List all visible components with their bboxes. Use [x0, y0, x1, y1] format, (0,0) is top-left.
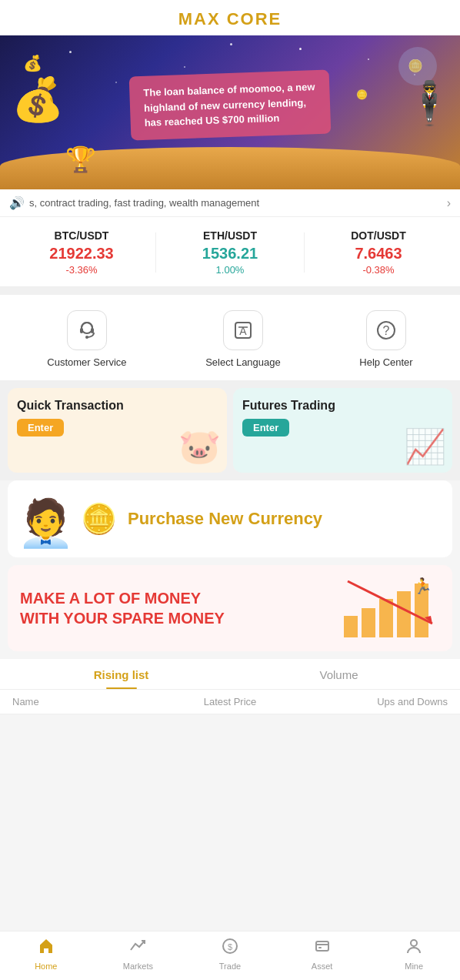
- svg-rect-10: [362, 608, 375, 637]
- help-icon: ?: [366, 310, 406, 350]
- help-center-action[interactable]: ? Help Center: [359, 310, 412, 368]
- mine-icon: [405, 938, 422, 959]
- money-chart: 🏃: [340, 577, 440, 639]
- purchase-banner[interactable]: 🧑‍💼 🪙 Purchase New Currency: [8, 480, 452, 557]
- select-language-action[interactable]: A Select Language: [205, 310, 281, 368]
- price-section: BTC/USDT 21922.33 -3.36% ETH/USDT 1536.2…: [0, 217, 460, 287]
- nav-markets[interactable]: Markets: [92, 938, 185, 971]
- banner-person: 🕴️: [403, 79, 456, 129]
- help-center-label: Help Center: [359, 356, 412, 368]
- customer-service-label: Customer Service: [47, 356, 126, 368]
- svg-text:$: $: [228, 942, 232, 952]
- section-divider-1: [0, 287, 460, 295]
- svg-rect-18: [316, 942, 328, 951]
- purchase-person-icon: 🧑‍💼: [8, 488, 81, 550]
- dot-value: 7.6463: [305, 245, 452, 263]
- quick-transaction-enter-button[interactable]: Enter: [17, 419, 64, 436]
- svg-point-3: [85, 336, 88, 339]
- col-name: Name: [12, 696, 158, 707]
- table-header: Name Latest Price Ups and Downs: [0, 690, 460, 714]
- markets-icon: [129, 938, 146, 959]
- price-eth[interactable]: ETH/USDT 1536.21 1.00%: [156, 229, 304, 276]
- select-language-label: Select Language: [205, 356, 281, 368]
- futures-trading-enter-button[interactable]: Enter: [242, 419, 289, 436]
- btc-pair: BTC/USDT: [8, 229, 155, 242]
- banner-text: The loan balance of moomoo, a new highla…: [129, 69, 332, 140]
- nav-trade-label: Trade: [219, 962, 241, 971]
- header: MAX CORE: [0, 0, 460, 35]
- card-grid: Quick Transaction Enter 🐷 Futures Tradin…: [0, 380, 460, 480]
- money-text-block: MAKE A LOT OF MONEY WITH YOUR SPARE MONE…: [20, 588, 340, 628]
- svg-rect-11: [379, 599, 393, 637]
- chevron-right-icon: ›: [447, 196, 451, 210]
- eth-value: 1536.21: [156, 245, 304, 263]
- nav-home-label: Home: [35, 962, 57, 971]
- tab-volume[interactable]: Volume: [230, 659, 448, 689]
- nav-trade[interactable]: $ Trade: [184, 938, 276, 971]
- home-icon: [38, 938, 55, 959]
- bottom-nav: Home Markets $ Trade Asset: [0, 931, 460, 980]
- col-price: Latest Price: [158, 696, 303, 707]
- svg-rect-12: [397, 591, 411, 637]
- quick-actions: Customer Service A Select Language ? Hel…: [0, 295, 460, 380]
- money-banner[interactable]: MAKE A LOT OF MONEY WITH YOUR SPARE MONE…: [8, 565, 452, 651]
- eth-pair: ETH/USDT: [156, 229, 304, 242]
- money-title-line1: MAKE A LOT OF MONEY: [20, 588, 340, 608]
- dot-change: -0.38%: [305, 264, 452, 276]
- headset-icon: [67, 310, 107, 350]
- money-title-line2: WITH YOUR SPARE MONEY: [20, 608, 340, 628]
- nav-home[interactable]: Home: [0, 938, 92, 971]
- purchase-text: Purchase New Currency: [120, 500, 452, 538]
- app-title: MAX CORE: [0, 9, 460, 29]
- svg-rect-20: [318, 947, 322, 948]
- btc-change: -3.36%: [8, 264, 155, 276]
- dot-pair: DOT/USDT: [305, 229, 452, 242]
- chart-clock-icon: 📈: [404, 426, 446, 467]
- translate-icon: A: [223, 310, 263, 350]
- nav-mine[interactable]: Mine: [368, 938, 460, 971]
- svg-rect-2: [91, 328, 94, 333]
- futures-trading-title: Futures Trading: [242, 399, 443, 413]
- svg-rect-9: [344, 616, 358, 637]
- purchase-coins-icon: 🪙: [81, 502, 117, 536]
- sound-icon: 🔊: [9, 196, 25, 210]
- trade-icon: $: [222, 938, 238, 959]
- banner-coin-bag: 💰: [12, 75, 65, 125]
- nav-mine-label: Mine: [405, 962, 423, 971]
- customer-service-action[interactable]: Customer Service: [47, 310, 126, 368]
- nav-asset[interactable]: Asset: [276, 938, 368, 971]
- tab-rising-list[interactable]: Rising list: [12, 659, 230, 689]
- quick-transaction-card[interactable]: Quick Transaction Enter 🐷: [8, 388, 227, 473]
- svg-point-21: [411, 940, 417, 946]
- nav-asset-label: Asset: [312, 962, 333, 971]
- bottom-spacer: [0, 714, 460, 768]
- piggy-bank-icon: 🐷: [178, 426, 221, 467]
- quick-transaction-title: Quick Transaction: [17, 399, 218, 413]
- ticker-text: s, contract trading, fast trading, wealt…: [29, 197, 447, 209]
- promo-banner[interactable]: 🏆 💰 🪙 🪙 🪙 💰 The loan balance of moomoo, …: [0, 35, 460, 189]
- price-dot[interactable]: DOT/USDT 7.6463 -0.38%: [305, 229, 452, 276]
- nav-markets-label: Markets: [123, 962, 153, 971]
- svg-text:🏃: 🏃: [413, 577, 432, 595]
- price-btc[interactable]: BTC/USDT 21922.33 -3.36%: [8, 229, 155, 276]
- col-change: Ups and Downs: [302, 696, 448, 707]
- asset-icon: [314, 938, 331, 959]
- list-tabs: Rising list Volume: [0, 659, 460, 690]
- ticker-bar[interactable]: 🔊 s, contract trading, fast trading, wea…: [0, 189, 460, 217]
- eth-change: 1.00%: [156, 264, 304, 276]
- svg-rect-1: [80, 328, 83, 333]
- futures-trading-card[interactable]: Futures Trading Enter 📈: [233, 388, 452, 473]
- svg-text:?: ?: [383, 324, 390, 337]
- banner-content: 💰 The loan balance of moomoo, a new high…: [0, 89, 460, 137]
- btc-value: 21922.33: [8, 245, 155, 263]
